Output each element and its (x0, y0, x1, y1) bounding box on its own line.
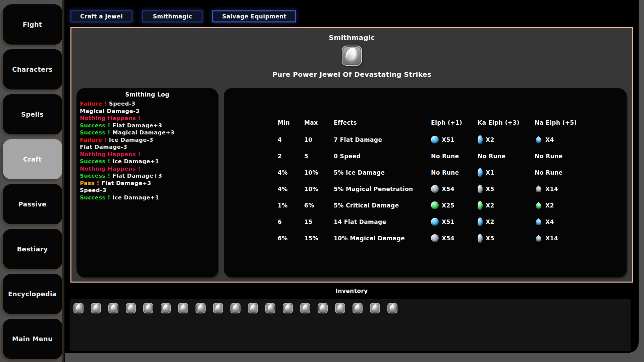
rune-count: X1 (486, 169, 494, 176)
log-entry: Failure ! Ice Damage-3 (80, 136, 215, 144)
blue-oval-rune-icon (478, 135, 483, 144)
effect-max: 5 (304, 153, 334, 160)
effect-name: 10% Magical Damage (334, 235, 431, 242)
inventory-slot[interactable] (230, 303, 240, 313)
rune-cell: X54 (431, 185, 478, 193)
effect-min: 6 (278, 219, 304, 225)
rune-cell: X25 (431, 201, 478, 209)
sidebar-item-spells[interactable]: Spells (3, 94, 62, 134)
sidebar-item-characters[interactable]: Characters (3, 49, 62, 89)
inventory-slot[interactable] (335, 303, 345, 313)
effect-min: 4% (278, 169, 304, 176)
effects-table-rows: 4107 Flat DamageX51X2X4250 SpeedNo RuneN… (278, 134, 627, 243)
inventory-slot[interactable] (178, 303, 188, 313)
log-entry: Nothing Happens ! (80, 165, 215, 173)
rune-cell: No Rune (431, 169, 478, 176)
effect-row: 4%10%5% Ice DamageNo RuneX1No Rune (278, 167, 627, 178)
column-header-na-elph-5: Na Elph (+5) (535, 119, 627, 126)
column-header-min: Min (278, 119, 304, 126)
log-status-success: Success ! (80, 129, 110, 136)
gray-oval-rune-icon (478, 234, 483, 243)
inventory-slot[interactable] (161, 303, 171, 313)
inventory-slot[interactable] (300, 303, 310, 313)
log-status-pass: Pass ! (80, 180, 99, 186)
effect-min: 2 (278, 153, 304, 160)
effect-min: 4% (278, 186, 304, 192)
sidebar: FightCharactersSpellsCraftPassiveBestiar… (0, 0, 62, 362)
effects-table-header: MinMaxEffectsElph (+1)Ka Elph (+3)Na Elp… (278, 119, 627, 126)
rune-cell: X51 (431, 136, 478, 143)
inventory-slot[interactable] (91, 303, 101, 313)
jewel-icon (372, 304, 379, 313)
effect-row: 61514 Flat DamageX51X2X4 (278, 217, 627, 227)
jewel-icon (267, 304, 274, 313)
rune-cell: No Rune (535, 153, 627, 160)
smithmagic-panel: Smithmagic Pure Power Jewel Of Devastati… (70, 27, 633, 283)
jewel-icon (389, 304, 396, 313)
smithing-log-title: Smithing Log (80, 91, 215, 98)
item-name: Pure Power Jewel Of Devastating Strikes (71, 70, 632, 78)
column-header-max: Max (304, 119, 334, 126)
inventory-slot[interactable] (73, 303, 84, 313)
sidebar-item-fight[interactable]: Fight (3, 4, 62, 45)
inventory-slot[interactable] (108, 303, 118, 313)
green-oval-rune-icon (478, 201, 483, 210)
inventory-slot[interactable] (196, 303, 206, 313)
sidebar-item-bestiary[interactable]: Bestiary (3, 229, 62, 269)
sidebar-divider (62, 0, 65, 362)
sidebar-item-main-menu[interactable]: Main Menu (3, 319, 62, 359)
jewel-icon (319, 304, 326, 313)
jewel-icon (110, 304, 117, 313)
jewel-icon (344, 47, 359, 65)
inventory-slot[interactable] (126, 303, 136, 313)
sidebar-item-encyclopedia[interactable]: Encyclopedia (3, 274, 62, 314)
inventory-slot[interactable] (265, 303, 275, 313)
log-entry: Failure ! Speed-3 (80, 100, 215, 108)
rune-count: X25 (442, 202, 454, 209)
jewel-icon (93, 304, 100, 313)
rune-count: X2 (486, 219, 494, 225)
rune-count: X14 (545, 186, 558, 192)
jewel-icon (162, 304, 169, 313)
jewel-icon (337, 304, 344, 313)
smithing-log-entries: Failure ! Speed-3Magical Damage-3Nothing… (80, 100, 215, 201)
rune-count: X5 (486, 186, 494, 192)
inventory-slot[interactable] (143, 303, 153, 313)
log-entry: Nothing Happens ! (80, 151, 215, 158)
log-entry: Speed-3 (80, 187, 215, 194)
inventory-slot[interactable] (283, 303, 293, 313)
smithing-log-panel: Smithing Log Failure ! Speed-3Magical Da… (76, 88, 218, 277)
rune-cell: X2 (478, 218, 535, 226)
inventory-slot[interactable] (213, 303, 223, 313)
content-area: Craft a JewelSmithmagicSalvage Equipment… (65, 0, 639, 353)
effect-min: 6% (278, 235, 304, 242)
inventory-slot[interactable] (370, 303, 380, 313)
rune-cell: No Rune (535, 169, 627, 176)
blue-oval-rune-icon (478, 218, 483, 226)
effect-row: 4%10%5% Magical PenetrationX54X5X14 (278, 184, 627, 194)
jewel-icon (215, 304, 222, 313)
selected-jewel-button[interactable] (342, 46, 362, 66)
blue-drop-rune-icon (534, 218, 542, 226)
inventory-slot[interactable] (248, 303, 258, 313)
tab-salvage-equipment[interactable]: Salvage Equipment (212, 10, 296, 22)
rune-count: X51 (442, 219, 454, 225)
inventory-slot[interactable] (353, 303, 363, 313)
log-entry: Success ! Ice Damage+1 (80, 158, 215, 165)
jewel-icon (250, 304, 257, 313)
column-header-elph-1: Elph (+1) (431, 119, 478, 126)
gray-round-rune-icon (431, 185, 439, 193)
effect-max: 15% (304, 235, 334, 242)
jewel-icon (232, 304, 239, 313)
sidebar-item-craft[interactable]: Craft (3, 139, 62, 179)
inventory-slot[interactable] (387, 303, 397, 313)
log-entry: Success ! Flat Damage+3 (80, 172, 215, 180)
rune-count: X4 (545, 219, 554, 225)
inventory-slot[interactable] (318, 303, 328, 313)
sidebar-item-passive[interactable]: Passive (3, 184, 62, 224)
tab-smithmagic[interactable]: Smithmagic (142, 10, 203, 22)
effect-row: 1%6%5% Critical DamageX25X2X2 (278, 200, 627, 210)
tab-craft-a-jewel[interactable]: Craft a Jewel (70, 10, 132, 22)
rune-cell: X4 (535, 136, 627, 143)
green-drop-rune-icon (534, 202, 542, 210)
